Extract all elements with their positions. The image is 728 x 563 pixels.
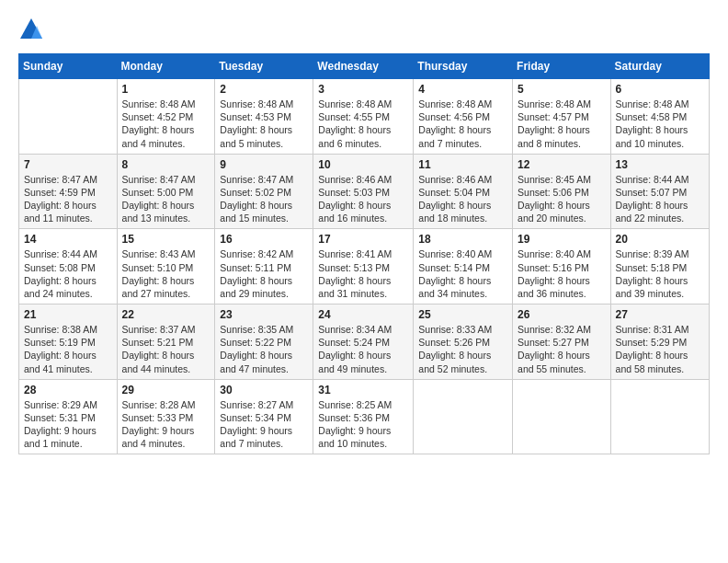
logo [18,17,46,42]
day-info: Sunrise: 8:28 AMSunset: 5:33 PMDaylight:… [122,398,210,451]
calendar-cell: 11Sunrise: 8:46 AMSunset: 5:04 PMDayligh… [414,154,513,229]
calendar-cell [19,79,118,155]
day-number: 14 [24,233,112,246]
calendar-cell: 6Sunrise: 8:48 AMSunset: 4:58 PMDaylight… [610,79,709,155]
day-number: 19 [518,233,606,246]
calendar-week-row: 1Sunrise: 8:48 AMSunset: 4:52 PMDaylight… [19,79,710,155]
calendar-cell: 24Sunrise: 8:34 AMSunset: 5:24 PMDayligh… [313,304,414,380]
calendar-cell: 28Sunrise: 8:29 AMSunset: 5:31 PMDayligh… [19,379,118,454]
day-number: 20 [616,233,704,246]
calendar-cell: 13Sunrise: 8:44 AMSunset: 5:07 PMDayligh… [610,154,709,229]
day-number: 22 [122,308,210,321]
day-number: 6 [616,83,704,96]
calendar-cell: 14Sunrise: 8:44 AMSunset: 5:08 PMDayligh… [19,229,118,304]
header-row: SundayMondayTuesdayWednesdayThursdayFrid… [19,54,710,79]
header-day: Friday [513,54,611,79]
calendar-cell: 26Sunrise: 8:32 AMSunset: 5:27 PMDayligh… [513,304,611,380]
calendar-cell: 3Sunrise: 8:48 AMSunset: 4:55 PMDaylight… [313,79,414,155]
calendar-week-row: 21Sunrise: 8:38 AMSunset: 5:19 PMDayligh… [19,304,710,380]
day-number: 16 [220,233,308,246]
day-info: Sunrise: 8:33 AMSunset: 5:26 PMDaylight:… [418,323,507,375]
day-info: Sunrise: 8:48 AMSunset: 4:58 PMDaylight:… [616,98,704,150]
calendar-cell: 31Sunrise: 8:25 AMSunset: 5:36 PMDayligh… [313,379,414,454]
calendar-cell [414,379,513,454]
day-number: 2 [220,83,308,96]
calendar-body: 1Sunrise: 8:48 AMSunset: 4:52 PMDaylight… [19,79,710,454]
day-number: 21 [24,308,112,321]
day-number: 9 [220,158,308,171]
day-info: Sunrise: 8:46 AMSunset: 5:04 PMDaylight:… [418,173,507,225]
day-info: Sunrise: 8:48 AMSunset: 4:56 PMDaylight:… [418,98,507,150]
day-info: Sunrise: 8:44 AMSunset: 5:07 PMDaylight:… [616,173,704,225]
calendar-cell: 18Sunrise: 8:40 AMSunset: 5:14 PMDayligh… [414,229,513,304]
day-info: Sunrise: 8:37 AMSunset: 5:21 PMDaylight:… [122,323,210,375]
page: SundayMondayTuesdayWednesdayThursdayFrid… [0,0,728,464]
day-info: Sunrise: 8:42 AMSunset: 5:11 PMDaylight:… [220,247,308,300]
calendar-week-row: 14Sunrise: 8:44 AMSunset: 5:08 PMDayligh… [19,229,710,304]
day-info: Sunrise: 8:40 AMSunset: 5:14 PMDaylight:… [418,247,507,300]
calendar-cell: 27Sunrise: 8:31 AMSunset: 5:29 PMDayligh… [610,304,709,380]
logo-icon [18,17,44,42]
calendar-cell: 4Sunrise: 8:48 AMSunset: 4:56 PMDaylight… [414,79,513,155]
day-info: Sunrise: 8:44 AMSunset: 5:08 PMDaylight:… [24,247,112,300]
calendar-cell: 30Sunrise: 8:27 AMSunset: 5:34 PMDayligh… [215,379,313,454]
calendar-cell: 8Sunrise: 8:47 AMSunset: 5:00 PMDaylight… [117,154,215,229]
header-day: Wednesday [313,54,414,79]
day-info: Sunrise: 8:41 AMSunset: 5:13 PMDaylight:… [318,247,408,300]
header-day: Sunday [19,54,118,79]
day-number: 4 [418,83,507,96]
calendar-week-row: 28Sunrise: 8:29 AMSunset: 5:31 PMDayligh… [19,379,710,454]
day-number: 27 [616,308,704,321]
day-info: Sunrise: 8:34 AMSunset: 5:24 PMDaylight:… [318,323,408,375]
day-info: Sunrise: 8:32 AMSunset: 5:27 PMDaylight:… [518,323,606,375]
calendar-cell: 25Sunrise: 8:33 AMSunset: 5:26 PMDayligh… [414,304,513,380]
calendar-header: SundayMondayTuesdayWednesdayThursdayFrid… [19,54,710,79]
calendar-cell: 22Sunrise: 8:37 AMSunset: 5:21 PMDayligh… [117,304,215,380]
calendar-cell [610,379,709,454]
calendar-cell: 12Sunrise: 8:45 AMSunset: 5:06 PMDayligh… [513,154,611,229]
calendar-cell: 20Sunrise: 8:39 AMSunset: 5:18 PMDayligh… [610,229,709,304]
day-info: Sunrise: 8:48 AMSunset: 4:57 PMDaylight:… [518,98,606,150]
day-number: 11 [418,158,507,171]
header-day: Saturday [610,54,709,79]
day-info: Sunrise: 8:39 AMSunset: 5:18 PMDaylight:… [616,247,704,300]
day-info: Sunrise: 8:38 AMSunset: 5:19 PMDaylight:… [24,323,112,375]
day-info: Sunrise: 8:47 AMSunset: 5:00 PMDaylight:… [122,173,210,225]
calendar-week-row: 7Sunrise: 8:47 AMSunset: 4:59 PMDaylight… [19,154,710,229]
calendar-cell: 29Sunrise: 8:28 AMSunset: 5:33 PMDayligh… [117,379,215,454]
day-number: 17 [318,233,408,246]
day-info: Sunrise: 8:47 AMSunset: 4:59 PMDaylight:… [24,173,112,225]
day-info: Sunrise: 8:29 AMSunset: 5:31 PMDaylight:… [24,398,112,451]
calendar-cell: 19Sunrise: 8:40 AMSunset: 5:16 PMDayligh… [513,229,611,304]
day-info: Sunrise: 8:31 AMSunset: 5:29 PMDaylight:… [616,323,704,375]
day-number: 13 [616,158,704,171]
day-number: 18 [418,233,507,246]
calendar-cell: 23Sunrise: 8:35 AMSunset: 5:22 PMDayligh… [215,304,313,380]
calendar-cell: 5Sunrise: 8:48 AMSunset: 4:57 PMDaylight… [513,79,611,155]
day-info: Sunrise: 8:27 AMSunset: 5:34 PMDaylight:… [220,398,308,451]
day-number: 30 [220,384,308,396]
day-number: 25 [418,308,507,321]
header-day: Thursday [414,54,513,79]
day-number: 7 [24,158,112,171]
day-number: 12 [518,158,606,171]
day-info: Sunrise: 8:43 AMSunset: 5:10 PMDaylight:… [122,247,210,300]
calendar-cell: 10Sunrise: 8:46 AMSunset: 5:03 PMDayligh… [313,154,414,229]
day-info: Sunrise: 8:48 AMSunset: 4:52 PMDaylight:… [122,98,210,150]
calendar-cell: 1Sunrise: 8:48 AMSunset: 4:52 PMDaylight… [117,79,215,155]
day-number: 28 [24,384,112,396]
day-info: Sunrise: 8:35 AMSunset: 5:22 PMDaylight:… [220,323,308,375]
day-info: Sunrise: 8:25 AMSunset: 5:36 PMDaylight:… [318,398,408,451]
calendar-cell: 2Sunrise: 8:48 AMSunset: 4:53 PMDaylight… [215,79,313,155]
calendar-cell: 21Sunrise: 8:38 AMSunset: 5:19 PMDayligh… [19,304,118,380]
day-number: 8 [122,158,210,171]
day-info: Sunrise: 8:46 AMSunset: 5:03 PMDaylight:… [318,173,408,225]
day-number: 23 [220,308,308,321]
header-day: Monday [117,54,215,79]
day-info: Sunrise: 8:48 AMSunset: 4:55 PMDaylight:… [318,98,408,150]
day-number: 1 [122,83,210,96]
header [18,17,710,42]
header-day: Tuesday [215,54,313,79]
calendar-cell: 9Sunrise: 8:47 AMSunset: 5:02 PMDaylight… [215,154,313,229]
day-number: 29 [122,384,210,396]
